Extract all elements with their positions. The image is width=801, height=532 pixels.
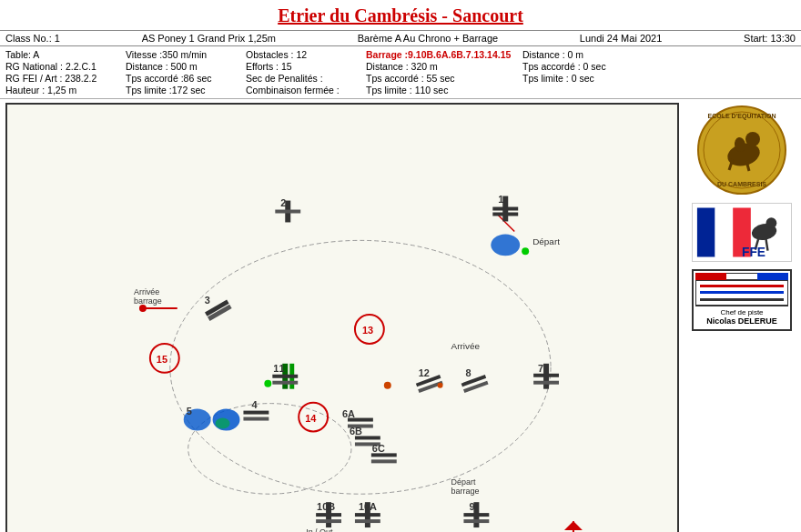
svg-point-25: [216, 418, 230, 429]
svg-point-74: [139, 305, 147, 312]
rg-fei: RG FEI / Art : 238.2.2: [5, 73, 115, 84]
svg-text:6A: 6A: [342, 408, 355, 419]
svg-text:Départ: Départ: [532, 236, 560, 246]
svg-rect-38: [533, 374, 559, 377]
svg-rect-46: [463, 519, 489, 523]
combinaison: Combinaison fermée :: [246, 85, 355, 95]
barrage-tps-limite: Tps limite : 110 sec: [366, 85, 512, 95]
svg-text:2: 2: [280, 197, 286, 208]
svg-text:8: 8: [465, 367, 471, 378]
sec-penalites: Sec de Penalités :: [246, 73, 355, 84]
chef-name: Nicolas DELERUE: [697, 316, 786, 326]
svg-rect-11: [492, 207, 518, 211]
svg-text:12: 12: [419, 367, 430, 378]
svg-text:10B: 10B: [317, 501, 335, 512]
svg-text:9: 9: [469, 501, 474, 512]
svg-rect-87: [697, 208, 715, 257]
info-grid: Table: A RG National : 2.2.C.1 RG FEI / …: [0, 46, 801, 99]
svg-rect-35: [371, 459, 397, 463]
obstacles: Obstacles : 12: [246, 49, 355, 60]
svg-rect-45: [463, 513, 489, 517]
svg-text:15: 15: [157, 354, 167, 365]
bareme: Barème A Au Chrono + Barrage: [358, 33, 498, 44]
svg-rect-0: [70, 105, 614, 532]
svg-text:In / Out: In / Out: [306, 527, 333, 532]
svg-point-72: [264, 380, 271, 387]
svg-line-93: [766, 239, 768, 251]
svg-point-71: [438, 383, 443, 388]
info-col-dist2: Distance : 0 m Tps accordé : 0 sec Tps l…: [522, 49, 632, 95]
svg-text:barrage: barrage: [134, 296, 162, 306]
svg-rect-59: [272, 381, 298, 385]
svg-rect-12: [492, 213, 518, 216]
equitation-logo: ECOLE D'EQUITATION DU CAMBRESIS: [696, 105, 787, 196]
svg-text:11: 11: [273, 363, 284, 374]
svg-point-91: [766, 217, 777, 228]
tps2-limite: Tps limite : 0 sec: [522, 73, 632, 84]
chef-de-piste-box: Chef de piste Nicolas DELERUE: [692, 269, 792, 331]
svg-text:4: 4: [251, 399, 258, 410]
header-bar: Class No.: 1 AS Poney 1 Grand Prix 1,25m…: [0, 30, 801, 46]
svg-text:3: 3: [205, 295, 210, 306]
barrage-label: Barrage :9.10B.6A.6B.7.13.14.15: [366, 49, 512, 60]
svg-rect-50: [355, 519, 380, 523]
table-label: Table: A: [5, 49, 115, 60]
svg-rect-88: [715, 208, 734, 257]
tps-limite: Tps limite :172 sec: [126, 85, 235, 95]
hauteur: Hauteur : 1,25 m: [5, 85, 115, 95]
svg-text:Arrivée: Arrivée: [134, 287, 159, 296]
barrage-tps-accorde: Tps accordé : 55 sec: [366, 73, 512, 84]
svg-text:DU CAMBRESIS: DU CAMBRESIS: [717, 181, 766, 187]
info-col-barrage: Barrage :9.10B.6A.6B.7.13.14.15 Distance…: [366, 49, 512, 95]
rg-national: RG National : 2.2.C.1: [5, 61, 115, 72]
svg-rect-22: [243, 417, 269, 421]
svg-text:ECOLE D'EQUITATION: ECOLE D'EQUITATION: [708, 113, 776, 120]
svg-text:14: 14: [305, 413, 317, 424]
svg-rect-54: [316, 519, 341, 523]
class-no: Class No.: 1: [5, 33, 60, 44]
svg-rect-39: [533, 381, 559, 385]
svg-text:6B: 6B: [350, 426, 362, 437]
svg-point-81: [745, 132, 760, 146]
vitesse: Vitesse :350 m/min: [126, 49, 235, 60]
svg-text:1: 1: [498, 194, 503, 205]
svg-rect-16: [275, 210, 300, 214]
svg-text:7: 7: [538, 363, 543, 374]
distance: Distance : 500 m: [126, 61, 235, 72]
main-area: Départ Arrivée Arrivée barrage Départ ba…: [0, 99, 801, 532]
info-col-1: Table: A RG National : 2.2.C.1 RG FEI / …: [5, 49, 115, 95]
svg-text:barrage: barrage: [451, 487, 480, 496]
svg-rect-58: [272, 375, 298, 378]
svg-text:Départ: Départ: [451, 477, 476, 487]
svg-text:5: 5: [187, 406, 192, 417]
dist2: Distance : 0 m: [522, 49, 632, 60]
svg-text:10A: 10A: [359, 501, 377, 512]
tps-accorde: Tps accordé :86 sec: [126, 73, 235, 84]
event-date: Lundi 24 Mai 2021: [580, 33, 663, 44]
svg-point-14: [491, 234, 520, 256]
info-col-3: Obstacles : 12 Efforts : 15 Sec de Penal…: [246, 49, 355, 95]
svg-text:FFE: FFE: [742, 246, 766, 260]
efforts: Efforts : 15: [246, 61, 355, 72]
svg-text:6C: 6C: [372, 443, 385, 454]
right-panel: ECOLE D'EQUITATION DU CAMBRESIS FFE: [683, 99, 801, 532]
svg-rect-53: [316, 513, 341, 517]
page-title: Etrier du Cambrésis - Sancourt: [0, 0, 801, 30]
svg-rect-21: [243, 411, 269, 415]
svg-point-75: [384, 382, 391, 389]
svg-rect-49: [355, 513, 380, 517]
course-map: Départ Arrivée Arrivée barrage Départ ba…: [5, 103, 679, 532]
ffe-logo: FFE: [692, 203, 792, 262]
barrage-distance: Distance : 320 m: [366, 61, 512, 72]
start-time: Start: 13:30: [744, 33, 796, 44]
svg-text:Arrivée: Arrivée: [451, 341, 481, 351]
svg-point-70: [522, 247, 529, 255]
chef-label: Chef de piste: [697, 308, 786, 316]
tps2-accorde: Tps accordé : 0 sec: [522, 61, 632, 72]
info-col-2: Vitesse :350 m/min Distance : 500 m Tps …: [126, 49, 235, 95]
svg-text:13: 13: [362, 325, 373, 336]
event-name: AS Poney 1 Grand Prix 1,25m: [142, 33, 276, 44]
